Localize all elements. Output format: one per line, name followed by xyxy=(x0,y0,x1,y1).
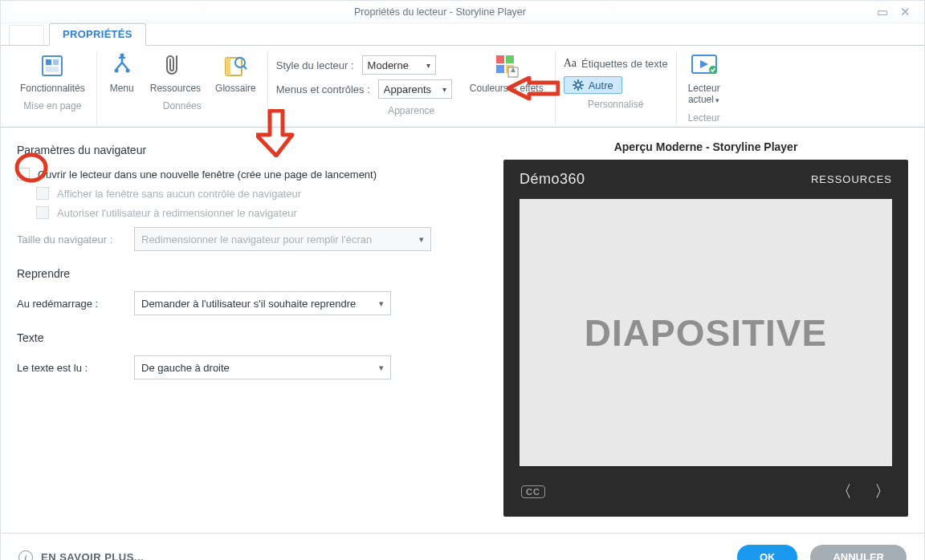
label-no-browser-controls: Afficher la fenêtre sans aucun contrôle … xyxy=(57,188,301,200)
svg-line-10 xyxy=(243,66,247,69)
close-icon[interactable]: ✕ xyxy=(894,5,916,19)
preview-pane: Aperçu Moderne - Storyline Player Démo36… xyxy=(487,128,924,533)
colors-effects-button[interactable]: Couleurs & effets xyxy=(467,51,547,95)
player-preview: Démo360 RESSOURCES DIAPOSITIVE CC 〈 〉 xyxy=(503,160,908,517)
preview-resources-link[interactable]: RESSOURCES xyxy=(811,173,892,185)
other-button[interactable]: Autre xyxy=(564,76,622,94)
text-direction-label: Le texte est lu : xyxy=(17,362,121,374)
text-labels-button[interactable]: Aa Étiquettes de texte xyxy=(564,57,668,70)
menu-button[interactable]: Menu xyxy=(105,51,139,95)
group-layout: Fonctionnalités Mise en page xyxy=(9,51,97,125)
colors-effects-label: Couleurs & effets xyxy=(470,83,544,94)
group-appearance: Style du lecteur : Moderne▾ Menus et con… xyxy=(268,51,556,125)
tab-placeholder xyxy=(9,25,44,45)
maximize-icon[interactable]: ▭ xyxy=(871,5,894,19)
browser-size-label: Taille du navigateur : xyxy=(17,233,121,246)
ok-button[interactable]: OK xyxy=(737,545,798,560)
checkbox-allow-resize xyxy=(36,206,49,219)
preview-slide: DIAPOSITIVE xyxy=(520,199,892,466)
preview-title: Aperçu Moderne - Storyline Player xyxy=(503,140,908,153)
svg-rect-3 xyxy=(46,67,59,72)
preview-slide-label: DIAPOSITIVE xyxy=(585,311,827,355)
player-icon xyxy=(691,52,718,79)
svg-rect-11 xyxy=(496,55,504,63)
on-restart-label: Au redémarrage : xyxy=(17,298,121,310)
svg-rect-8 xyxy=(226,58,230,75)
info-icon: i xyxy=(18,550,33,561)
book-search-icon xyxy=(222,52,249,79)
tab-properties[interactable]: PROPRIÉTÉS xyxy=(49,23,146,46)
svg-point-16 xyxy=(576,83,581,87)
player-style-label: Style du lecteur : xyxy=(276,59,354,71)
current-player-button[interactable]: Lecteur actuel ▾ xyxy=(685,51,723,108)
text-direction-select[interactable]: De gauche à droite ▾ xyxy=(134,355,391,379)
checkbox-open-new-window[interactable] xyxy=(17,168,30,181)
svg-rect-1 xyxy=(46,59,51,65)
closed-captions-button[interactable]: CC xyxy=(521,485,545,498)
svg-line-21 xyxy=(574,81,576,83)
group-data: Menu Ressources Glossaire Données xyxy=(97,51,268,125)
checkbox-no-browser-controls xyxy=(36,187,49,200)
chevron-down-icon: ▾ xyxy=(379,298,384,309)
chevron-down-icon: ▾ xyxy=(419,234,424,245)
tabstrip: PROPRIÉTÉS xyxy=(1,23,924,46)
on-restart-select[interactable]: Demander à l'utilisateur s'il souhaite r… xyxy=(134,291,391,315)
cancel-button[interactable]: ANNULER xyxy=(810,545,907,560)
svg-line-24 xyxy=(574,87,576,89)
svg-line-22 xyxy=(581,87,582,89)
ribbon: Fonctionnalités Mise en page Menu Ress xyxy=(1,46,924,128)
svg-rect-2 xyxy=(53,59,59,65)
text-heading: Texte xyxy=(17,331,471,344)
chevron-down-icon: ▾ xyxy=(442,85,446,94)
player-style-select[interactable]: Moderne▾ xyxy=(362,55,436,75)
gear-icon xyxy=(573,79,584,91)
group-player: Lecteur actuel ▾ Lecteur xyxy=(677,51,731,125)
paperclip-icon xyxy=(161,52,189,79)
svg-line-23 xyxy=(581,81,582,83)
group-customized: Aa Étiquettes de texte Autre Personnalis… xyxy=(556,51,677,125)
chevron-down-icon: ▾ xyxy=(426,61,430,70)
palette-icon xyxy=(493,52,520,79)
browser-size-select: Redimensionner le navigateur pour rempli… xyxy=(134,227,431,251)
body: Paramètres du navigateur Ouvrir le lecte… xyxy=(1,128,924,533)
resources-button[interactable]: Ressources xyxy=(147,51,204,95)
label-allow-resize: Autoriser l'utilisateur à redimensionner… xyxy=(57,207,297,219)
svg-rect-0 xyxy=(43,56,62,75)
svg-point-5 xyxy=(114,69,118,73)
window-title: Propriétés du lecteur - Storyline Player xyxy=(9,6,871,18)
svg-rect-12 xyxy=(506,55,514,63)
svg-point-4 xyxy=(120,54,124,58)
settings-panel: Paramètres du navigateur Ouvrir le lecte… xyxy=(1,128,487,533)
preview-project-title: Démo360 xyxy=(520,171,585,188)
menu-icon xyxy=(108,52,136,79)
svg-point-6 xyxy=(125,69,129,73)
player-properties-window: Propriétés du lecteur - Storyline Player… xyxy=(0,0,925,560)
svg-rect-13 xyxy=(496,65,504,73)
chevron-down-icon: ▾ xyxy=(379,363,384,373)
prev-slide-button[interactable]: 〈 xyxy=(836,481,852,502)
functionalities-button[interactable]: Fonctionnalités xyxy=(17,51,88,95)
label-open-new-window: Ouvrir le lecteur dans une nouvelle fenê… xyxy=(38,168,377,181)
learn-more-link[interactable]: i EN SAVOIR PLUS... xyxy=(18,550,144,561)
browser-settings-heading: Paramètres du navigateur xyxy=(17,144,471,156)
titlebar: Propriétés du lecteur - Storyline Player… xyxy=(1,1,924,23)
footer: i EN SAVOIR PLUS... OK ANNULER xyxy=(1,533,924,560)
menus-controls-label: Menus et contrôles : xyxy=(276,83,370,95)
glossary-button[interactable]: Glossaire xyxy=(212,51,259,95)
next-slide-button[interactable]: 〉 xyxy=(874,481,890,502)
functionalities-icon xyxy=(39,52,66,79)
resume-heading: Reprendre xyxy=(17,267,471,280)
menus-controls-select[interactable]: Apparents▾ xyxy=(378,79,452,99)
